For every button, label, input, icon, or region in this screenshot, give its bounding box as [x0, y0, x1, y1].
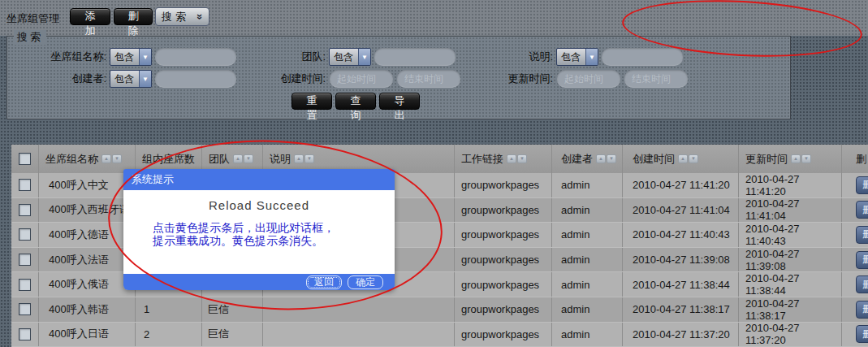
column-header-updated[interactable]: 更新时间▲▼: [739, 145, 842, 173]
cell-updated: 2010-04-27 11:39:08: [739, 248, 842, 272]
reset-button[interactable]: 重置: [291, 93, 332, 110]
chevron-down-icon: ▼: [139, 71, 151, 87]
chevron-down-icon: ▼: [139, 49, 151, 65]
cell-name: 400呼入西班牙语: [39, 198, 136, 223]
cell-desc: [263, 297, 455, 322]
group-name-operator-select[interactable]: 包含 ▼: [110, 48, 152, 66]
sort-desc-icon[interactable]: ▼: [801, 154, 811, 163]
select-all-checkbox[interactable]: [19, 153, 31, 165]
cell-created: 2010-04-27 11:39:08: [623, 248, 739, 272]
row-checkbox[interactable]: [19, 228, 31, 241]
page-title: 坐席组管理: [6, 11, 59, 26]
row-checkbox[interactable]: [19, 303, 31, 315]
row-delete-button[interactable]: 删除: [856, 251, 868, 269]
top-toolbar: 坐席组管理 添加 删除 搜索 »: [0, 0, 868, 36]
group-name-input[interactable]: [155, 48, 236, 66]
sort-asc-icon[interactable]: ▲: [791, 154, 801, 163]
sort-desc-icon[interactable]: ▼: [244, 154, 253, 163]
description-label: 说明:: [462, 50, 553, 64]
row-delete-button[interactable]: 删除: [856, 325, 868, 343]
creator-input[interactable]: [155, 70, 236, 88]
ok-button[interactable]: 确定: [348, 275, 383, 289]
dialog-title: 系统提示: [132, 172, 174, 187]
row-checkbox[interactable]: [19, 204, 31, 216]
updated-start-input[interactable]: [557, 70, 620, 88]
row-delete-button[interactable]: 删除: [856, 275, 868, 293]
cell-name: 400呼入中文: [39, 173, 136, 197]
sort-asc-icon[interactable]: ▲: [596, 154, 606, 163]
cell-creator: admin: [552, 173, 623, 197]
add-button[interactable]: 添加: [70, 8, 110, 25]
created-start-input[interactable]: [330, 70, 393, 88]
sort-desc-icon[interactable]: ▼: [112, 154, 122, 163]
cell-actions: 删除: [842, 173, 868, 197]
table-row: 400呼入日语2巨信groupworkpagesadmin2010-04-27 …: [11, 323, 868, 347]
column-header-creator[interactable]: 创建者▲▼: [552, 145, 623, 173]
cell-count: 2: [136, 323, 202, 347]
column-header-name[interactable]: 坐席组名称▲▼: [39, 145, 136, 173]
dialog-message: 点击黄色提示条后，出现此对话框， 提示重载成功。黄色提示条消失。: [153, 221, 395, 247]
cell-actions: 删除: [842, 297, 868, 322]
row-checkbox[interactable]: [19, 328, 31, 340]
created-time-label: 创建时间:: [235, 72, 326, 86]
cell-actions: 删除: [842, 198, 868, 223]
row-delete-button[interactable]: 删除: [856, 176, 868, 194]
description-input[interactable]: [602, 48, 683, 66]
updated-end-input[interactable]: [624, 70, 688, 88]
column-header-created[interactable]: 创建时间▲▼: [623, 145, 739, 173]
description-operator-select[interactable]: 包含 ▼: [556, 48, 598, 66]
cell-link: groupworkpages: [455, 272, 552, 297]
field-group-name: 坐席组名称: 包含 ▼: [11, 48, 236, 66]
chevron-down-icon: ▼: [358, 49, 370, 65]
column-header-del[interactable]: 删: [842, 145, 868, 173]
cell-creator: admin: [552, 248, 623, 272]
sort-asc-icon[interactable]: ▲: [507, 154, 516, 163]
team-input[interactable]: [374, 48, 456, 66]
cell-link: groupworkpages: [455, 173, 552, 197]
cell-created: 2010-04-27 11:38:44: [623, 272, 739, 297]
sort-desc-icon[interactable]: ▼: [689, 154, 698, 163]
cell-updated: 2010-04-27 11:40:43: [739, 223, 842, 247]
cell-link: groupworkpages: [455, 297, 552, 322]
row-checkbox[interactable]: [19, 179, 31, 191]
field-updated-time: 更新时间:: [462, 70, 688, 88]
cell-link: groupworkpages: [455, 223, 552, 247]
sort-asc-icon[interactable]: ▲: [678, 154, 688, 163]
dialog-heading: Reload Succeed: [123, 190, 395, 212]
row-delete-button[interactable]: 删除: [856, 201, 868, 219]
row-delete-button[interactable]: 删除: [856, 301, 868, 319]
dialog-footer: 返回 确定: [123, 274, 395, 290]
cell-name: 400呼入德语: [39, 223, 136, 247]
dialog-titlebar[interactable]: 系统提示: [123, 169, 395, 190]
cell-updated: 2010-04-27 11:38:17: [739, 297, 842, 322]
cell-creator: admin: [552, 272, 623, 297]
cell-created: 2010-04-27 11:37:20: [623, 323, 739, 347]
creator-operator-select[interactable]: 包含 ▼: [110, 70, 152, 88]
export-button[interactable]: 导出: [379, 93, 420, 110]
row-checkbox[interactable]: [19, 254, 31, 266]
chevron-down-icon: »: [195, 14, 205, 20]
cell-creator: admin: [552, 223, 623, 247]
field-created-time: 创建时间:: [235, 70, 460, 88]
team-label: 团队:: [235, 50, 326, 64]
column-header-link[interactable]: 工作链接▲▼: [455, 145, 552, 173]
dialog-body: Reload Succeed 点击黄色提示条后，出现此对话框， 提示重载成功。黄…: [123, 190, 395, 274]
created-end-input[interactable]: [397, 70, 460, 88]
row-checkbox[interactable]: [19, 279, 31, 291]
delete-button[interactable]: 删除: [114, 8, 153, 25]
field-creator: 创建者: 包含 ▼: [11, 70, 236, 88]
sort-desc-icon[interactable]: ▼: [607, 154, 616, 163]
sort-asc-icon[interactable]: ▲: [101, 154, 111, 163]
sort-desc-icon[interactable]: ▼: [304, 154, 314, 163]
cell-creator: admin: [552, 297, 623, 322]
field-description: 说明: 包含 ▼: [462, 48, 683, 66]
search-menu-button[interactable]: 搜索 »: [155, 7, 209, 26]
sort-asc-icon[interactable]: ▲: [294, 154, 304, 163]
team-operator-select[interactable]: 包含 ▼: [329, 48, 371, 66]
query-button[interactable]: 查询: [335, 93, 376, 110]
system-prompt-dialog: 系统提示 Reload Succeed 点击黄色提示条后，出现此对话框， 提示重…: [123, 169, 395, 290]
sort-desc-icon[interactable]: ▼: [517, 154, 527, 163]
row-delete-button[interactable]: 删除: [856, 226, 868, 244]
sort-asc-icon[interactable]: ▲: [233, 154, 243, 163]
back-button[interactable]: 返回: [306, 275, 342, 289]
